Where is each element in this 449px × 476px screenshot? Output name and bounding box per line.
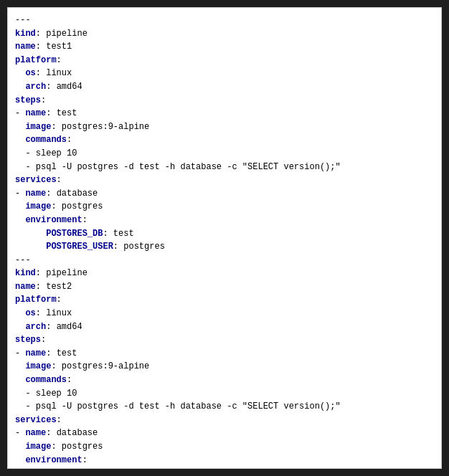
- code-editor[interactable]: --- kind: pipeline name: test1 platform:…: [7, 7, 442, 469]
- code-content: --- kind: pipeline name: test1 platform:…: [15, 14, 434, 469]
